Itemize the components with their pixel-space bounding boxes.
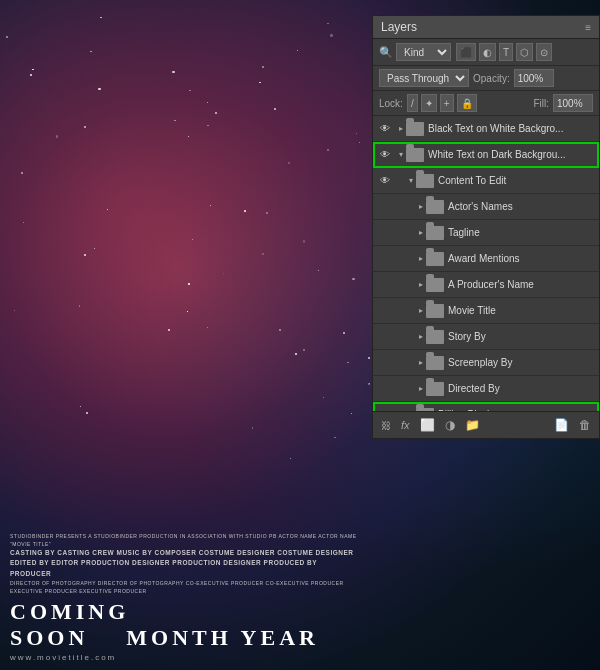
lock-label: Lock:	[379, 98, 403, 109]
visibility-icon-layer-actors[interactable]	[377, 199, 393, 215]
layer-name-layer-screenplay: Screenplay By	[448, 357, 595, 368]
layer-thumb-layer-directed	[426, 380, 444, 398]
layer-item-layer-screenplay[interactable]: ▸Screenplay By	[373, 350, 599, 376]
lock-icons: / ✦ + 🔒	[407, 94, 477, 112]
new-group-icon[interactable]: 📁	[463, 416, 482, 434]
opacity-label: Opacity:	[473, 73, 510, 84]
billing-block-text: STUDIOBINDER presents a STUDIOBINDER pro…	[10, 532, 360, 595]
layer-name-layer-tagline: Tagline	[448, 227, 595, 238]
layer-thumb-layer-story	[426, 328, 444, 346]
blend-mode-select[interactable]: Pass Through	[379, 69, 469, 87]
visibility-icon-layer-producer[interactable]	[377, 277, 393, 293]
layer-name-layer-directed: Directed By	[448, 383, 595, 394]
layer-thumb-layer-black-text	[406, 120, 424, 138]
layer-thumb-layer-screenplay	[426, 354, 444, 372]
visibility-icon-layer-award[interactable]	[377, 251, 393, 267]
expand-arrow-layer-story[interactable]: ▸	[416, 329, 426, 345]
poster-text-area: STUDIOBINDER presents a STUDIOBINDER pro…	[0, 524, 370, 670]
fill-input[interactable]	[553, 94, 593, 112]
visibility-icon-layer-white-text[interactable]: 👁	[377, 147, 393, 163]
expand-arrow-layer-actors[interactable]: ▸	[416, 199, 426, 215]
search-icon: 🔍	[379, 46, 393, 59]
layer-list: 👁▸Black Text on White Backgro...👁▾White …	[373, 116, 599, 411]
layer-item-layer-story[interactable]: ▸Story By	[373, 324, 599, 350]
lock-row: Lock: / ✦ + 🔒 Fill:	[373, 91, 599, 116]
layer-thumb-layer-title	[426, 302, 444, 320]
expand-arrow-layer-directed[interactable]: ▸	[416, 381, 426, 397]
lock-position-icon[interactable]: +	[440, 94, 454, 112]
expand-arrow-layer-producer[interactable]: ▸	[416, 277, 426, 293]
layer-item-layer-award[interactable]: ▸Award Mentions	[373, 246, 599, 272]
lock-all-icon[interactable]: 🔒	[457, 94, 477, 112]
blend-row: Pass Through Opacity:	[373, 66, 599, 91]
lock-transparent-icon[interactable]: /	[407, 94, 418, 112]
layer-thumb-layer-white-text	[406, 146, 424, 164]
layer-item-layer-title[interactable]: ▸Movie Title	[373, 298, 599, 324]
layer-item-layer-actors[interactable]: ▸Actor's Names	[373, 194, 599, 220]
layer-item-layer-producer[interactable]: ▸A Producer's Name	[373, 272, 599, 298]
type-icon[interactable]: T	[499, 43, 513, 61]
new-layer-icon[interactable]: 📄	[552, 416, 571, 434]
layer-item-layer-content[interactable]: 👁▾Content To Edit	[373, 168, 599, 194]
stars-overlay	[0, 0, 370, 460]
pixel-icon[interactable]: ⬛	[456, 43, 476, 61]
layer-name-layer-story: Story By	[448, 331, 595, 342]
layer-name-layer-award: Award Mentions	[448, 253, 595, 264]
fx-icon[interactable]: fx	[399, 417, 412, 433]
layer-thumb-layer-content	[416, 172, 434, 190]
adjustment-icon[interactable]: ◐	[479, 43, 496, 61]
layer-thumb-layer-producer	[426, 276, 444, 294]
visibility-icon-layer-directed[interactable]	[377, 381, 393, 397]
kind-icons: ⬛ ◐ T ⬡ ⊙	[456, 43, 552, 61]
visibility-icon-layer-title[interactable]	[377, 303, 393, 319]
visibility-icon-layer-story[interactable]	[377, 329, 393, 345]
visibility-icon-layer-tagline[interactable]	[377, 225, 393, 241]
expand-arrow-layer-screenplay[interactable]: ▸	[416, 355, 426, 371]
expand-arrow-layer-billing[interactable]: ▸	[406, 407, 416, 412]
layer-name-layer-title: Movie Title	[448, 305, 595, 316]
panel-title: Layers	[381, 20, 417, 34]
billing-line1: STUDIOBINDER presents a STUDIOBINDER pro…	[10, 532, 360, 548]
layer-thumb-layer-award	[426, 250, 444, 268]
panel-toolbar: ⛓ fx ⬜ ◑ 📁 📄 🗑	[373, 411, 599, 438]
adjustment-layer-icon[interactable]: ◑	[443, 416, 457, 434]
layers-panel: Layers ≡ 🔍 Kind ⬛ ◐ T ⬡ ⊙ Pass Through O…	[372, 15, 600, 439]
layer-name-layer-white-text: White Text on Dark Backgrou...	[428, 149, 595, 160]
visibility-icon-layer-screenplay[interactable]	[377, 355, 393, 371]
billing-line3: DIRECTOR OF PHOTOGRAPHY DIRECTOR OF PHOT…	[10, 579, 360, 595]
shape-icon[interactable]: ⬡	[516, 43, 533, 61]
layer-item-layer-billing[interactable]: 👁▸Billing Block	[373, 402, 599, 411]
billing-line2: CASTING BY CASTING CREW MUSIC BY COMPOSE…	[10, 548, 360, 579]
expand-arrow-layer-tagline[interactable]: ▸	[416, 225, 426, 241]
layer-name-layer-billing: Billing Block	[438, 409, 595, 411]
opacity-input[interactable]	[514, 69, 554, 87]
add-mask-icon[interactable]: ⬜	[418, 416, 437, 434]
visibility-icon-layer-content[interactable]: 👁	[377, 173, 393, 189]
layer-name-layer-actors: Actor's Names	[448, 201, 595, 212]
smart-object-icon[interactable]: ⊙	[536, 43, 552, 61]
layer-item-layer-white-text[interactable]: 👁▾White Text on Dark Backgrou...	[373, 142, 599, 168]
kind-row: 🔍 Kind ⬛ ◐ T ⬡ ⊙	[373, 39, 599, 66]
delete-layer-icon[interactable]: 🗑	[577, 416, 593, 434]
fill-label: Fill:	[533, 98, 549, 109]
expand-arrow-layer-white-text[interactable]: ▾	[396, 147, 406, 163]
expand-arrow-layer-black-text[interactable]: ▸	[396, 121, 406, 137]
expand-arrow-layer-title[interactable]: ▸	[416, 303, 426, 319]
layer-name-layer-black-text: Black Text on White Backgro...	[428, 123, 595, 134]
layer-thumb-layer-actors	[426, 198, 444, 216]
layer-item-layer-black-text[interactable]: 👁▸Black Text on White Backgro...	[373, 116, 599, 142]
lock-image-icon[interactable]: ✦	[421, 94, 437, 112]
expand-arrow-layer-award[interactable]: ▸	[416, 251, 426, 267]
layer-name-layer-content: Content To Edit	[438, 175, 595, 186]
link-layers-icon[interactable]: ⛓	[379, 418, 393, 433]
expand-arrow-layer-content[interactable]: ▾	[406, 173, 416, 189]
visibility-icon-layer-billing[interactable]: 👁	[377, 407, 393, 412]
panel-menu-icon[interactable]: ≡	[585, 22, 591, 33]
panel-header: Layers ≡	[373, 16, 599, 39]
layer-item-layer-tagline[interactable]: ▸Tagline	[373, 220, 599, 246]
website-text: www.movietitle.com	[10, 653, 360, 662]
kind-select[interactable]: Kind	[396, 43, 451, 61]
visibility-icon-layer-black-text[interactable]: 👁	[377, 121, 393, 137]
coming-soon-text: COMING SOON MONTH YEAR	[10, 599, 360, 651]
layer-item-layer-directed[interactable]: ▸Directed By	[373, 376, 599, 402]
